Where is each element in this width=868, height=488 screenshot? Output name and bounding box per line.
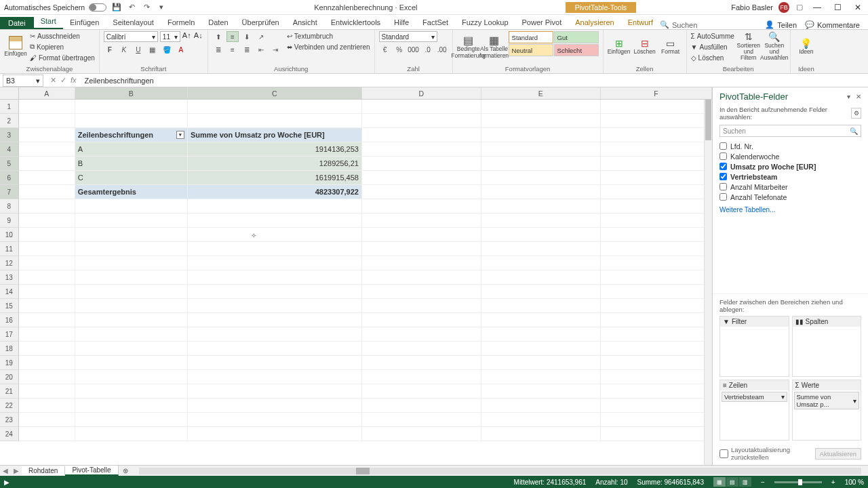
sort-filter-button[interactable]: ⇅Sortieren und Filtern [737, 31, 760, 62]
row-header[interactable]: 17 [0, 327, 19, 342]
cell[interactable]: Zeilenbeschriftungen▾ [75, 128, 188, 142]
align-top-icon[interactable]: ⬆ [212, 31, 224, 42]
cell[interactable] [362, 199, 481, 214]
cell[interactable] [362, 157, 481, 171]
italic-button[interactable]: K [118, 44, 130, 55]
cell[interactable] [362, 356, 481, 370]
col-header-a[interactable]: A [19, 87, 75, 99]
cell[interactable] [75, 370, 188, 384]
row-header[interactable]: 19 [0, 356, 19, 370]
cell[interactable] [188, 270, 362, 285]
minimize-button[interactable]: — [807, 1, 827, 14]
update-button[interactable]: Aktualisieren [815, 448, 861, 460]
increase-font-icon[interactable]: A↑ [182, 31, 192, 42]
filter-dropdown-icon[interactable]: ▾ [176, 131, 184, 139]
cell[interactable] [601, 356, 712, 370]
cell[interactable] [362, 427, 481, 441]
row-header[interactable]: 7 [0, 185, 19, 199]
cell[interactable] [601, 342, 712, 356]
horizontal-scrollbar[interactable] [139, 468, 861, 474]
cell[interactable] [481, 199, 601, 214]
cell[interactable] [19, 199, 75, 214]
cell[interactable] [601, 128, 712, 142]
cell-style-gut[interactable]: Gut [554, 31, 599, 43]
tab-pagelayout[interactable]: Seitenlayout [106, 16, 161, 29]
sheet-tab-rohdaten[interactable]: Rohdaten [22, 466, 65, 475]
cell[interactable] [362, 128, 481, 142]
formula-input[interactable]: Zeilenbeschriftungen [81, 77, 868, 85]
cell[interactable] [188, 356, 362, 370]
cell[interactable] [19, 356, 75, 370]
col-header-c[interactable]: C [188, 87, 362, 99]
cell[interactable] [362, 242, 481, 256]
col-header-b[interactable]: B [75, 87, 188, 99]
cell[interactable] [481, 313, 601, 327]
clear-button[interactable]: ◇Löschen [691, 53, 734, 62]
undo-icon[interactable]: ↶ [127, 3, 136, 12]
field-checkbox[interactable] [719, 173, 727, 180]
row-header[interactable]: 12 [0, 256, 19, 270]
pane-close-icon[interactable]: ✕ [856, 93, 861, 100]
area-filter[interactable]: ▼Filter [719, 316, 789, 377]
values-area-item[interactable]: Summe von Umsatz p...▾ [794, 392, 860, 409]
field-checkbox[interactable] [719, 152, 727, 160]
copy-button[interactable]: ⧉Kopieren [30, 42, 95, 52]
row-header[interactable]: 24 [0, 427, 19, 441]
cell[interactable] [601, 171, 712, 185]
cell[interactable] [19, 171, 75, 185]
cell[interactable] [481, 299, 601, 313]
cell[interactable]: B [75, 157, 188, 171]
wrap-text-button[interactable]: ↩Textumbruch [287, 31, 370, 41]
cell[interactable] [601, 142, 712, 157]
cell[interactable]: C [75, 171, 188, 185]
cell[interactable] [75, 427, 188, 441]
align-middle-icon[interactable]: ≡ [226, 31, 239, 42]
cell[interactable]: Gesamtergebnis [75, 185, 188, 199]
cell[interactable] [481, 327, 601, 342]
cell[interactable] [75, 342, 188, 356]
row-header[interactable]: 5 [0, 157, 19, 171]
cell[interactable] [601, 256, 712, 270]
paste-button[interactable]: Einfügen [4, 31, 27, 62]
row-header[interactable]: 9 [0, 214, 19, 228]
zoom-in-icon[interactable]: + [831, 479, 835, 486]
cell[interactable] [188, 199, 362, 214]
fill-button[interactable]: ▼Ausfüllen [691, 42, 734, 52]
cell[interactable] [601, 270, 712, 285]
cell[interactable] [75, 384, 188, 399]
cell[interactable] [601, 384, 712, 399]
cell[interactable] [481, 270, 601, 285]
cell[interactable] [19, 413, 75, 427]
cell[interactable] [188, 313, 362, 327]
rows-area-item[interactable]: Vertriebsteam▾ [722, 392, 787, 402]
cell[interactable] [188, 413, 362, 427]
zoom-slider[interactable] [774, 481, 822, 483]
view-pagelayout-icon[interactable]: ▤ [726, 477, 738, 487]
cell[interactable] [19, 270, 75, 285]
search-box[interactable]: 🔍 Suchen [660, 20, 697, 29]
cell[interactable] [601, 157, 712, 171]
close-button[interactable]: ✕ [848, 1, 868, 14]
currency-icon[interactable]: € [379, 44, 391, 55]
cell[interactable] [481, 242, 601, 256]
cell[interactable] [75, 313, 188, 327]
find-select-button[interactable]: 🔍Suchen und Auswählen [763, 31, 786, 62]
cell[interactable] [362, 228, 481, 242]
field-item[interactable]: Anzahl Mitarbeiter [719, 182, 861, 192]
zoom-out-icon[interactable]: − [761, 479, 765, 486]
tab-powerpivot[interactable]: Power Pivot [515, 16, 569, 29]
ribbon-display-icon[interactable]: ▢ [795, 3, 804, 12]
cell[interactable] [481, 100, 601, 114]
cell[interactable]: 1914136,253 [188, 142, 362, 157]
row-header[interactable]: 11 [0, 242, 19, 256]
cell[interactable] [362, 399, 481, 413]
fill-color-button[interactable]: 🪣 [161, 44, 173, 55]
comments-button[interactable]: 💬 Kommentare [805, 20, 860, 29]
cell[interactable] [362, 256, 481, 270]
align-left-icon[interactable]: ≣ [212, 44, 224, 55]
qat-more-icon[interactable]: ▾ [157, 3, 166, 12]
cell-style-neutral[interactable]: Neutral [509, 44, 553, 56]
cell[interactable] [19, 114, 75, 128]
cell[interactable] [19, 342, 75, 356]
cell[interactable] [362, 413, 481, 427]
